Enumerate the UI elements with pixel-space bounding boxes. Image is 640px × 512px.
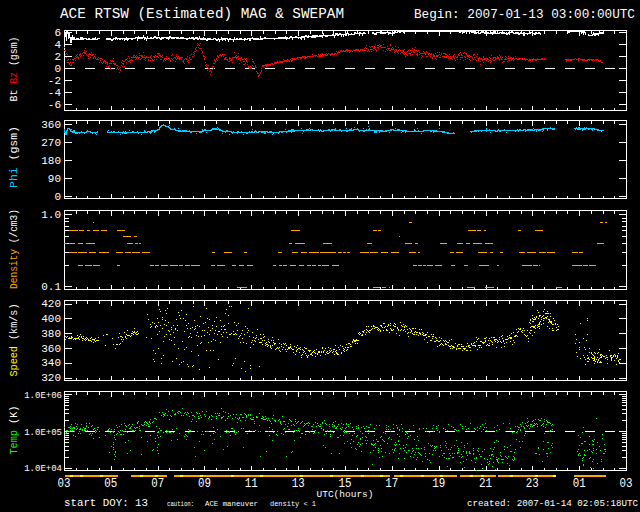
svg-text:400: 400 [41, 313, 61, 325]
svg-text:0: 0 [54, 191, 61, 203]
svg-text:03: 03 [620, 477, 633, 491]
svg-text:360: 360 [41, 343, 61, 355]
svg-text:density < 1: density < 1 [270, 499, 316, 508]
svg-text:17: 17 [385, 477, 398, 491]
svg-text:-2: -2 [48, 75, 61, 87]
svg-text:1.0E+04: 1.0E+04 [24, 464, 62, 474]
svg-text:4: 4 [54, 39, 61, 51]
svg-text:03: 03 [58, 477, 71, 491]
svg-text:Phi (gsm): Phi (gsm) [9, 126, 20, 188]
svg-text:start DOY: 13: start DOY: 13 [64, 498, 148, 509]
svg-text:ACE RTSW (Estimated) MAG & SWE: ACE RTSW (Estimated) MAG & SWEPAM [60, 6, 344, 22]
svg-text:19: 19 [432, 477, 445, 491]
svg-text:Bt Bz (gsm): Bt Bz (gsm) [9, 37, 20, 102]
svg-text:09: 09 [198, 477, 211, 491]
svg-text:420: 420 [41, 298, 61, 310]
svg-text:23: 23 [526, 477, 539, 491]
svg-text:05: 05 [104, 477, 117, 491]
svg-text:Speed (km/s): Speed (km/s) [9, 304, 20, 377]
svg-text:Begin: 2007-01-13 03:00:00UTC: Begin: 2007-01-13 03:00:00UTC [414, 7, 635, 22]
svg-text:07: 07 [151, 477, 164, 491]
svg-text:0: 0 [54, 63, 61, 75]
svg-text:1.0E+06: 1.0E+06 [24, 391, 62, 401]
svg-text:21: 21 [479, 477, 492, 491]
svg-text:180: 180 [41, 155, 61, 167]
svg-text:created: 2007-01-14 02:05:18UT: created: 2007-01-14 02:05:18UTC [467, 498, 638, 509]
svg-text:01: 01 [573, 477, 586, 491]
svg-text:320: 320 [41, 372, 61, 384]
svg-text:-4: -4 [48, 87, 62, 99]
svg-text:380: 380 [41, 328, 61, 340]
svg-text:6: 6 [54, 27, 61, 39]
svg-text:1.0E+05: 1.0E+05 [24, 428, 62, 438]
svg-text:UTC(hours): UTC(hours) [317, 489, 374, 500]
svg-text:11: 11 [245, 477, 258, 491]
svg-text:1.0: 1.0 [41, 209, 61, 221]
svg-text:Density (/cm3): Density (/cm3) [9, 209, 20, 289]
svg-text:90: 90 [48, 173, 61, 185]
svg-text:2: 2 [54, 51, 61, 63]
svg-text:0.1: 0.1 [41, 281, 61, 293]
svg-text:-6: -6 [48, 99, 61, 111]
svg-text:340: 340 [41, 357, 61, 369]
svg-text:caution:: caution: [167, 499, 194, 508]
svg-text:270: 270 [41, 137, 61, 149]
svg-text:Temp (K): Temp (K) [9, 406, 20, 455]
svg-text:13: 13 [292, 477, 305, 491]
svg-text:360: 360 [41, 119, 61, 131]
svg-text:ACE maneuver: ACE maneuver [205, 499, 258, 508]
